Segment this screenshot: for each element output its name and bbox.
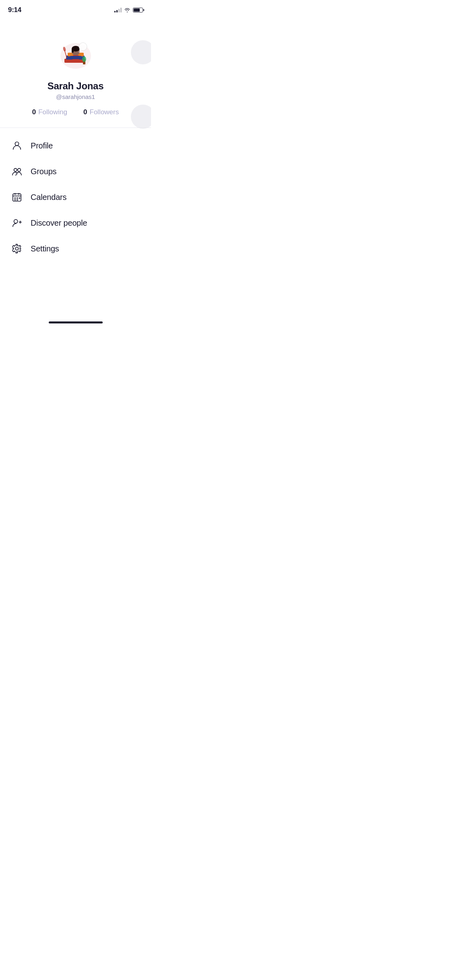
svg-point-14 [79,49,82,51]
settings-icon [11,243,23,254]
home-indicator [49,321,103,323]
svg-rect-25 [14,200,16,201]
svg-rect-27 [19,198,21,199]
calendar-icon [11,191,23,203]
status-icons [114,8,143,12]
svg-rect-8 [70,56,82,59]
svg-point-10 [82,56,86,62]
profile-header: Sarah Jonas @sarahjonas1 0 Following 0 F… [0,26,151,126]
divider [0,128,151,128]
followers-label: Followers [90,108,119,116]
calendars-label: Calendars [31,193,66,202]
menu-item-groups[interactable]: Groups [0,159,151,184]
avatar-container [56,34,96,74]
main-content: Sarah Jonas @sarahjonas1 0 Following 0 F… [0,18,151,265]
menu-list: Profile Groups [0,130,151,265]
menu-item-settings[interactable]: Settings [0,236,151,261]
svg-rect-23 [14,198,16,199]
avatar-illustration [56,34,96,74]
follow-stats: 0 Following 0 Followers [32,108,119,116]
following-label: Following [38,108,67,116]
drawer-avatar-1 [131,40,151,64]
user-name: Sarah Jonas [48,80,103,92]
battery-icon [133,8,143,12]
svg-point-15 [79,51,80,53]
svg-rect-26 [17,200,18,201]
menu-item-calendars[interactable]: Calendars [0,184,151,210]
svg-rect-6 [72,49,74,53]
following-stat[interactable]: 0 Following [32,108,67,116]
svg-rect-24 [17,198,18,199]
svg-point-17 [14,169,17,171]
user-handle: @sarahjonas1 [56,93,95,100]
wifi-icon [124,8,130,12]
menu-item-discover[interactable]: Discover people [0,210,151,236]
profile-label: Profile [31,141,53,150]
discover-icon [11,217,23,229]
groups-icon [11,166,23,177]
svg-point-18 [18,169,21,171]
svg-point-16 [15,142,19,146]
status-time: 9:14 [8,6,21,14]
followers-count: 0 [83,108,87,116]
drawer-peek [131,40,151,129]
svg-point-31 [15,247,18,250]
svg-point-28 [14,220,18,223]
menu-item-profile[interactable]: Profile [0,133,151,159]
following-count: 0 [32,108,36,116]
settings-label: Settings [31,244,59,253]
signal-icon [114,8,122,12]
drawer-avatar-2 [131,105,151,129]
groups-label: Groups [31,167,56,176]
status-bar: 9:14 [0,0,151,18]
discover-label: Discover people [31,218,87,228]
person-icon [11,140,23,151]
followers-stat[interactable]: 0 Followers [83,108,119,116]
